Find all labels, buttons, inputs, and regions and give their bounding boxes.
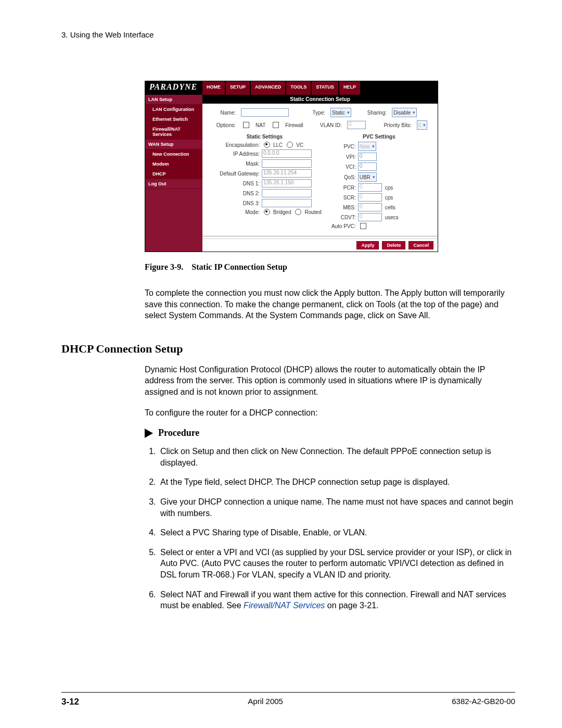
paragraph-dhcp-lead: To configure the router for a DHCP conne… <box>145 407 515 419</box>
label-mode: Mode: <box>208 209 260 215</box>
label-ip: IP Address: <box>208 151 260 157</box>
cdvt-input[interactable]: 0 <box>358 213 382 221</box>
encap-vc-radio[interactable] <box>287 142 293 148</box>
label-vci: VCI: <box>326 164 356 170</box>
mode-bridged-radio[interactable] <box>264 209 270 215</box>
sidebar: LAN Setup LAN Configuration Ethernet Swi… <box>145 95 202 252</box>
brand-logo: PARADYNE <box>145 81 202 95</box>
label-vpi: VPI: <box>326 154 356 160</box>
label-pcr: PCR: <box>326 185 356 191</box>
tab-setup[interactable]: SETUP <box>225 81 250 95</box>
dns3-input[interactable] <box>262 199 312 207</box>
procedure-step-2: At the Type field, select DHCP. The DHCP… <box>158 476 515 488</box>
sidebar-item-dhcp[interactable]: DHCP <box>145 169 202 179</box>
chapter-header: 3. Using the Web Interface <box>61 30 515 39</box>
mask-input[interactable] <box>262 159 312 168</box>
mode-routed-radio[interactable] <box>295 209 301 215</box>
label-dns3: DNS 3: <box>208 200 260 206</box>
tab-help[interactable]: HELP <box>339 81 361 95</box>
label-qos: QoS: <box>326 174 356 180</box>
encap-llc-radio[interactable] <box>264 142 270 148</box>
label-options: Options: <box>208 122 236 128</box>
label-scr: SCR: <box>326 195 356 200</box>
label-sharing: Sharing: <box>356 110 387 116</box>
tab-tools[interactable]: TOOLS <box>286 81 311 95</box>
label-name: Name: <box>208 110 236 116</box>
label-nat: NAT <box>256 122 265 128</box>
label-cdvt: CDVT: <box>326 215 356 220</box>
tab-advanced[interactable]: ADVANCED <box>250 81 286 95</box>
pcr-input[interactable]: 0 <box>358 183 382 192</box>
tab-home[interactable]: HOME <box>202 81 225 95</box>
panel-title: Static Connection Setup <box>202 95 438 104</box>
sidebar-item-firewall[interactable]: Firewall/NAT Services <box>145 124 202 140</box>
qos-select[interactable]: UBR▾ <box>358 172 377 182</box>
priority-select[interactable]: 0▾ <box>417 120 428 130</box>
label-firewall: Firewall <box>285 122 303 128</box>
vlan-input[interactable]: 0 <box>347 121 366 129</box>
figure-caption: Figure 3-9. Static IP Connection Setup <box>145 262 515 272</box>
label-gw: Default Gateway: <box>208 171 260 177</box>
sharing-select[interactable]: Disable▾ <box>392 108 417 117</box>
sidebar-cat-lan: LAN Setup <box>145 95 202 105</box>
vci-input[interactable]: 0 <box>358 162 377 171</box>
pvc-select[interactable]: New▾ <box>358 142 376 151</box>
delete-button[interactable]: Delete <box>382 241 405 249</box>
pvc-settings-header: PVC Settings <box>326 134 432 140</box>
gw-input[interactable]: 135.26.11.254 <box>262 169 312 178</box>
name-input[interactable] <box>241 108 289 117</box>
mbs-input[interactable]: 0 <box>358 203 382 211</box>
procedure-step-4: Select a PVC Sharing type of Disable, En… <box>158 527 515 538</box>
page-number: 3-12 <box>61 697 79 707</box>
procedure-arrow-icon <box>145 429 153 438</box>
paragraph-apply-info: To complete the connection you must now … <box>145 287 515 321</box>
firewall-checkbox[interactable] <box>273 122 279 128</box>
label-type: Type: <box>294 110 325 116</box>
label-pvc: PVC: <box>326 144 356 149</box>
procedure-heading: Procedure <box>158 428 199 438</box>
scr-input[interactable]: 0 <box>358 193 382 202</box>
procedure-step-6: Select NAT and Firewall if you want them… <box>158 589 515 611</box>
dns1-input[interactable]: 135.26.1.150 <box>262 179 312 187</box>
nat-checkbox[interactable] <box>243 122 249 128</box>
figure-screenshot: PARADYNE HOME SETUP ADVANCED TOOLS STATU… <box>145 81 515 252</box>
procedure-list: Click on Setup and then click on New Con… <box>145 446 515 611</box>
vpi-input[interactable]: 0 <box>358 153 377 161</box>
autopvc-checkbox[interactable] <box>360 223 366 229</box>
ip-input[interactable]: 0.0.0.0 <box>262 149 312 158</box>
sidebar-item-new-conn[interactable]: New Connection <box>145 149 202 159</box>
footer-doc-id: 6382-A2-GB20-00 <box>452 697 515 707</box>
sidebar-item-logout[interactable]: Log Out <box>145 179 202 189</box>
label-mask: Mask: <box>208 161 260 167</box>
label-dns2: DNS 2: <box>208 191 260 196</box>
firewall-nat-link[interactable]: Firewall/NAT Services <box>244 601 325 610</box>
sidebar-item-ethernet[interactable]: Ethernet Switch <box>145 115 202 124</box>
footer-date: April 2005 <box>248 697 283 707</box>
sidebar-cat-wan: WAN Setup <box>145 140 202 149</box>
label-dns1: DNS 1: <box>208 181 260 186</box>
paragraph-dhcp-desc: Dynamic Host Configuration Protocol (DHC… <box>145 364 515 398</box>
dns2-input[interactable] <box>262 189 312 197</box>
label-encap: Encapsulation: <box>208 142 260 148</box>
tab-status[interactable]: STATUS <box>311 81 339 95</box>
apply-button[interactable]: Apply <box>356 241 379 249</box>
type-select[interactable]: Static▾ <box>330 108 351 117</box>
page-footer: 3-12 April 2005 6382-A2-GB20-00 <box>61 692 515 707</box>
sidebar-item-modem[interactable]: Modem <box>145 159 202 169</box>
label-autopvc: Auto PVC: <box>326 223 356 229</box>
label-mbs: MBS: <box>326 205 356 210</box>
sidebar-item-lan-config[interactable]: LAN Configuration <box>145 105 202 115</box>
label-priority: Priority Bits: <box>371 122 412 128</box>
static-settings-header: Static Settings <box>208 134 322 140</box>
procedure-step-3: Give your DHCP connection a unique name.… <box>158 496 515 519</box>
section-heading-dhcp: DHCP Connection Setup <box>61 342 515 356</box>
procedure-step-5: Select or enter a VPI and VCI (as suppli… <box>158 547 515 581</box>
procedure-step-1: Click on Setup and then click on New Con… <box>158 446 515 468</box>
cancel-button[interactable]: Cancel <box>408 241 433 249</box>
label-vlan: VLAN ID: <box>309 122 342 128</box>
